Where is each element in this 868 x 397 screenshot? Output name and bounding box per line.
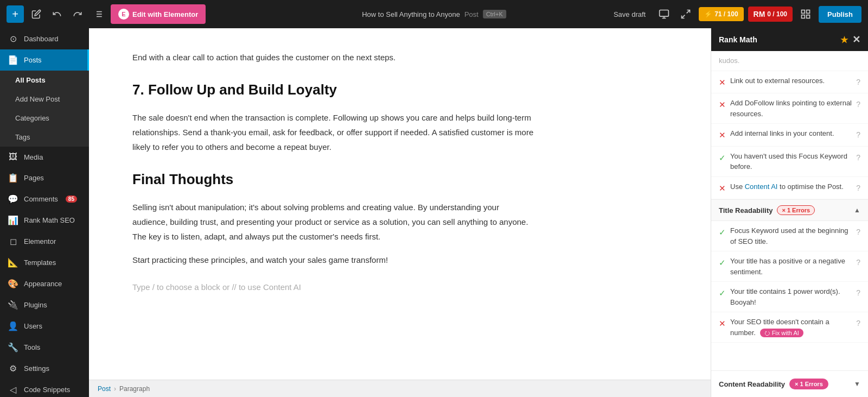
check-help-dofollow[interactable]: ?: [856, 99, 860, 110]
posts-icon: 📄: [8, 55, 18, 65]
panel-body: kudos. ✕ Link out to external resources.…: [711, 51, 868, 370]
check-item-content-ai: ✕ Use Content AI to optimise the Post. ?: [711, 177, 868, 200]
check-help-content-ai[interactable]: ?: [856, 182, 860, 194]
preview-button[interactable]: [655, 5, 673, 23]
sidebar-item-appearance[interactable]: 🎨 Appearance: [0, 273, 89, 294]
check-pass-icon-power-word: ✓: [719, 287, 726, 300]
sidebar-item-rank-math-seo[interactable]: 📊 Rank Math SEO: [0, 210, 89, 231]
sidebar-item-add-new-post[interactable]: Add New Post: [0, 90, 89, 109]
check-item-kudos: kudos.: [711, 51, 868, 71]
type-placeholder-text: Type / to choose a block or // to use Co…: [132, 280, 534, 294]
save-draft-button[interactable]: Save draft: [608, 7, 651, 22]
panel-close-button[interactable]: ✕: [852, 34, 860, 46]
check-help-fk-beginning[interactable]: ?: [856, 226, 860, 238]
sidebar-item-tools[interactable]: 🔧 Tools: [0, 337, 89, 358]
sidebar-item-media[interactable]: 🖼 Media: [0, 147, 89, 167]
post-breadcrumb-link[interactable]: Post: [98, 385, 111, 393]
check-help-internal-links[interactable]: ?: [856, 129, 860, 141]
sidebar: ⊙ Dashboard 📄 Posts All Posts Add New Po…: [0, 28, 89, 397]
status-bar: Post › Paragraph: [89, 380, 711, 397]
code-snippets-icon: ◁: [8, 385, 18, 395]
toolbar-right: Save draft ⚡ 71 / 100 RM 0 / 100 Publish: [608, 5, 861, 23]
templates-icon: 📐: [8, 257, 18, 268]
check-text-link-external: Link out to external resources.: [730, 75, 852, 86]
check-help-focus-keyword[interactable]: ?: [856, 152, 860, 163]
check-item-power-word: ✓ Your title contains 1 power word(s). B…: [711, 282, 868, 312]
heading-7[interactable]: 7. Follow Up and Build Loyalty: [132, 78, 534, 102]
keyboard-shortcut: Ctrl+K: [483, 10, 506, 18]
fullscreen-button[interactable]: [677, 5, 694, 23]
sidebar-item-categories[interactable]: Categories: [0, 109, 89, 128]
panel-star-icon[interactable]: ★: [840, 35, 848, 45]
check-item-focus-keyword: ✓ You haven't used this Focus Keyword be…: [711, 147, 868, 177]
sidebar-item-plugins[interactable]: 🔌 Plugins: [0, 294, 89, 316]
sidebar-item-elementor[interactable]: ◻ Elementor: [0, 231, 89, 252]
check-help-sentiment[interactable]: ?: [856, 257, 860, 268]
svg-line-9: [687, 10, 690, 14]
check-item-link-external: ✕ Link out to external resources. ?: [711, 71, 868, 94]
elementor-sidebar-icon: ◻: [8, 236, 18, 247]
check-help-link-external[interactable]: ?: [856, 77, 860, 88]
list-view-button[interactable]: [90, 6, 106, 22]
svg-rect-14: [802, 15, 805, 18]
check-help-title-number[interactable]: ?: [856, 318, 860, 329]
add-block-button[interactable]: +: [7, 5, 24, 23]
add-new-post-label: Add New Post: [15, 95, 60, 103]
settings-panel-button[interactable]: [797, 5, 814, 23]
final-thoughts-section: Final Thoughts Selling isn't about manip…: [132, 167, 534, 267]
lightning-icon: ⚡: [704, 10, 712, 18]
edit-pen-button[interactable]: [28, 6, 44, 22]
readability-score-button[interactable]: RM 0 / 100: [748, 7, 793, 22]
top-toolbar: + E Edit with Elementor How to Sell Anyt…: [0, 0, 868, 28]
comments-badge: 85: [66, 196, 77, 203]
content-readability-chevron-icon: ▼: [854, 380, 860, 388]
title-readability-header[interactable]: Title Readability × 1 Errors ▲: [711, 199, 868, 221]
sidebar-item-all-posts[interactable]: All Posts: [0, 71, 89, 90]
content-ai-link[interactable]: Content AI: [745, 182, 778, 191]
panel-header-left: Rank Math: [719, 35, 757, 44]
sidebar-item-comments[interactable]: 💬 Comments 85: [0, 188, 89, 210]
check-pass-icon-focus: ✓: [719, 152, 726, 165]
check-text-power-word: Your title contains 1 power word(s). Boo…: [730, 286, 852, 307]
publish-button[interactable]: Publish: [819, 6, 861, 23]
sidebar-item-settings[interactable]: ⚙ Settings: [0, 358, 89, 379]
sidebar-item-dashboard[interactable]: ⊙ Dashboard: [0, 28, 89, 49]
type-placeholder-section[interactable]: Type / to choose a block or // to use Co…: [132, 280, 534, 294]
sidebar-label-posts: Posts: [24, 56, 42, 64]
sidebar-item-posts[interactable]: 📄 Posts: [0, 49, 89, 71]
sidebar-item-code-snippets[interactable]: ◁ Code Snippets: [0, 379, 89, 397]
content-readability-section[interactable]: Content Readability × 1 Errors ▼: [711, 370, 868, 397]
heading-final[interactable]: Final Thoughts: [132, 167, 534, 191]
sidebar-label-settings: Settings: [24, 364, 49, 373]
title-readability-title: Title Readability: [719, 206, 773, 215]
settings-icon: ⚙: [8, 363, 18, 374]
edit-with-elementor-button[interactable]: E Edit with Elementor: [111, 4, 206, 24]
check-pass-icon-fk-begin: ✓: [719, 226, 726, 239]
main-layout: ⊙ Dashboard 📄 Posts All Posts Add New Po…: [0, 28, 868, 397]
post-type-text: Post: [464, 10, 478, 18]
check-help-power-word[interactable]: ?: [856, 287, 860, 299]
check-text-sentiment: Your title has a positive or a negative …: [730, 256, 852, 277]
redo-button[interactable]: [69, 6, 86, 22]
check-text-title-number: Your SEO title doesn't contain a number.…: [730, 317, 852, 338]
sidebar-item-users[interactable]: 👤 Users: [0, 316, 89, 337]
rank-math-icon: 📊: [8, 215, 18, 225]
check-item-internal-links: ✕ Add internal links in your content. ?: [711, 124, 868, 147]
kudos-text: kudos.: [719, 55, 860, 66]
sidebar-label-users: Users: [24, 322, 42, 330]
check-item-title-sentiment: ✓ Your title has a positive or a negativ…: [711, 251, 868, 282]
undo-button[interactable]: [49, 6, 65, 22]
heading-7-section: 7. Follow Up and Build Loyalty The sale …: [132, 78, 534, 154]
editor-area[interactable]: End with a clear call to action that gui…: [89, 28, 711, 380]
svg-rect-6: [660, 10, 669, 17]
sidebar-label-appearance: Appearance: [24, 280, 62, 288]
sidebar-item-tags[interactable]: Tags: [0, 128, 89, 147]
post-title-center: How to Sell Anything to Anyone Post Ctrl…: [362, 10, 506, 18]
para-7: The sale doesn't end when the transactio…: [132, 110, 534, 154]
sidebar-item-pages[interactable]: 📋 Pages: [0, 167, 89, 188]
check-fail-icon-link-external: ✕: [719, 77, 726, 89]
sidebar-item-templates[interactable]: 📐 Templates: [0, 252, 89, 273]
fix-with-ai-button[interactable]: ⭮ Fix with AI: [760, 329, 803, 337]
end-call-to-action-text: End with a clear call to action that gui…: [132, 50, 534, 65]
seo-score-button[interactable]: ⚡ 71 / 100: [699, 7, 743, 21]
